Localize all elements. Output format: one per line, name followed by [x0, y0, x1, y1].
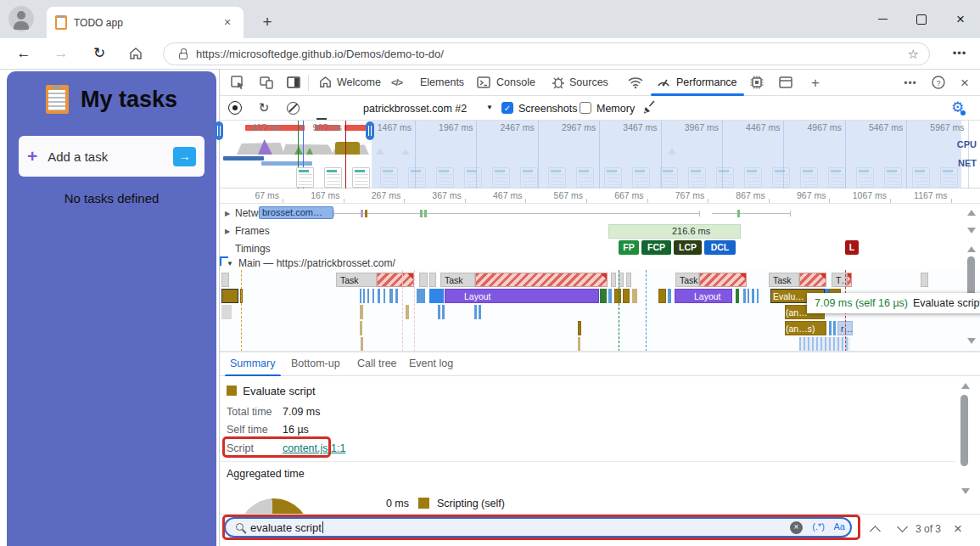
devtools-close-icon[interactable]: × — [956, 75, 973, 92]
flame-bar[interactable] — [623, 289, 630, 303]
memory-label[interactable]: Memory — [596, 103, 635, 115]
garbage-collect-icon[interactable] — [641, 99, 658, 116]
layout-panel-icon[interactable] — [778, 75, 795, 92]
flame-bar[interactable] — [658, 289, 666, 303]
flame-bar[interactable] — [438, 305, 440, 319]
flame-bar[interactable] — [361, 337, 363, 352]
device-emulation-icon[interactable] — [259, 75, 276, 92]
next-match-button[interactable] — [897, 521, 908, 532]
scroll-down-icon[interactable] — [967, 228, 976, 234]
sources-tab-icon[interactable] — [551, 75, 568, 92]
flame-bar[interactable] — [799, 273, 826, 287]
flame-bar-task[interactable]: Task — [675, 273, 699, 287]
flame-bar-layout[interactable]: Layout — [445, 289, 599, 303]
main-track-label[interactable]: Main — https://patrickbrosset.com/ — [238, 257, 395, 269]
flame-bar[interactable] — [626, 273, 631, 287]
scroll-down-icon[interactable] — [967, 338, 976, 344]
flame-bar[interactable] — [474, 305, 477, 319]
flame-chart[interactable]: TaskTaskTaskTaskT…LayoutLayoutEvalu…(an…… — [220, 270, 980, 352]
scroll-down-icon[interactable] — [961, 488, 970, 494]
flame-bar[interactable] — [417, 289, 425, 303]
scroll-up-icon[interactable] — [961, 383, 970, 389]
screenshots-label[interactable]: Screenshots — [518, 103, 577, 115]
flame-bar[interactable] — [475, 273, 608, 287]
timeline-overview[interactable]: 467 ms 967 ms 1467 ms1967 ms2467 ms2967 … — [220, 121, 980, 189]
flame-bar[interactable] — [743, 289, 746, 303]
flame-bar[interactable] — [799, 337, 850, 352]
welcome-tab-icon[interactable] — [318, 75, 335, 92]
flame-bar[interactable] — [748, 289, 749, 303]
browser-tab[interactable]: TODO app × — [47, 7, 244, 38]
performance-tab-icon[interactable] — [656, 75, 673, 92]
flame-bar[interactable] — [395, 289, 398, 303]
window-close-button[interactable]: × — [941, 0, 980, 38]
filmstrip-screenshot[interactable] — [352, 167, 370, 188]
scroll-up-icon[interactable] — [967, 246, 976, 252]
flame-bar[interactable] — [479, 305, 481, 319]
close-search-icon[interactable]: × — [954, 521, 962, 538]
flame-bar[interactable] — [429, 289, 444, 303]
network-conditions-icon[interactable] — [627, 75, 644, 92]
flame-bar[interactable] — [847, 273, 852, 287]
tab-close-icon[interactable]: × — [220, 15, 235, 31]
flame-bar[interactable] — [757, 289, 759, 303]
network-expand-icon[interactable]: ▶ — [225, 210, 230, 217]
timing-badge-fcp[interactable]: FCP — [641, 240, 671, 255]
flame-bar[interactable] — [429, 273, 436, 287]
flame-bar[interactable] — [668, 289, 671, 303]
home-button[interactable] — [124, 42, 148, 65]
capture-settings-gear-icon[interactable]: ⚙ — [951, 99, 964, 116]
tab-event-log[interactable]: Event log — [409, 357, 453, 369]
main-collapse-icon[interactable]: ▼ — [227, 260, 233, 267]
flame-bar[interactable] — [632, 289, 637, 303]
dock-side-icon[interactable] — [286, 75, 303, 92]
add-task-input[interactable]: + Add a task → — [19, 136, 204, 177]
help-icon[interactable]: ? — [931, 75, 948, 92]
flame-bar-task[interactable]: Task — [336, 273, 377, 287]
more-tabs-button[interactable]: + — [807, 75, 824, 92]
flame-bar[interactable] — [389, 289, 393, 303]
flame-bar[interactable] — [406, 305, 409, 319]
flame-bar[interactable] — [578, 337, 580, 352]
flame-bar[interactable] — [578, 321, 581, 335]
flame-bar[interactable] — [611, 273, 616, 287]
flame-bar-layout[interactable]: Layout — [675, 289, 732, 303]
flame-bar[interactable] — [221, 273, 229, 287]
timing-badge-lcp[interactable]: LCP — [674, 240, 702, 255]
timing-badge-fp[interactable]: FP — [619, 240, 639, 255]
flame-bar[interactable] — [384, 289, 385, 303]
flame-bar[interactable] — [221, 289, 238, 303]
flame-bar[interactable] — [367, 289, 369, 303]
flame-bar[interactable] — [360, 305, 363, 319]
cpu-chip-icon[interactable] — [749, 75, 766, 92]
scrollbar-thumb[interactable] — [960, 395, 968, 466]
frames-expand-icon[interactable]: ▶ — [225, 228, 230, 235]
tab-bottom-up[interactable]: Bottom-up — [291, 357, 340, 369]
flame-bar[interactable] — [360, 289, 361, 303]
url-text[interactable]: https://microsoftedge.github.io/Demos/de… — [196, 48, 908, 60]
add-task-submit-button[interactable]: → — [173, 147, 196, 166]
screenshots-checkbox[interactable]: ✓ — [501, 102, 513, 114]
flame-bar[interactable] — [419, 273, 428, 287]
timing-badge-dcl[interactable]: DCL — [704, 240, 736, 255]
profile-avatar-icon[interactable] — [8, 6, 34, 31]
tab-call-tree[interactable]: Call tree — [357, 357, 397, 369]
inspect-icon[interactable] — [230, 75, 247, 92]
selection-handle-left[interactable] — [215, 121, 223, 140]
devtools-menu-icon[interactable]: ••• — [902, 75, 919, 92]
flame-bar[interactable] — [377, 273, 414, 287]
flame-bar-ans[interactable]: (an…s) — [785, 321, 826, 335]
new-tab-button[interactable]: + — [257, 12, 277, 32]
previous-match-button[interactable] — [870, 526, 881, 537]
tab-sources[interactable]: Sources — [569, 76, 608, 88]
flame-bar[interactable] — [699, 273, 747, 287]
tab-summary[interactable]: Summary — [230, 357, 275, 369]
reload-record-button[interactable]: ↻ — [255, 99, 272, 116]
flame-bar[interactable] — [360, 321, 362, 335]
window-maximize-button[interactable] — [902, 0, 941, 38]
flame-bar-task[interactable]: Task — [440, 273, 475, 287]
record-button[interactable] — [227, 99, 244, 116]
flame-bar[interactable] — [833, 321, 836, 335]
tab-performance[interactable]: Performance — [676, 76, 737, 88]
session-dropdown-icon[interactable]: ▼ — [486, 104, 493, 111]
